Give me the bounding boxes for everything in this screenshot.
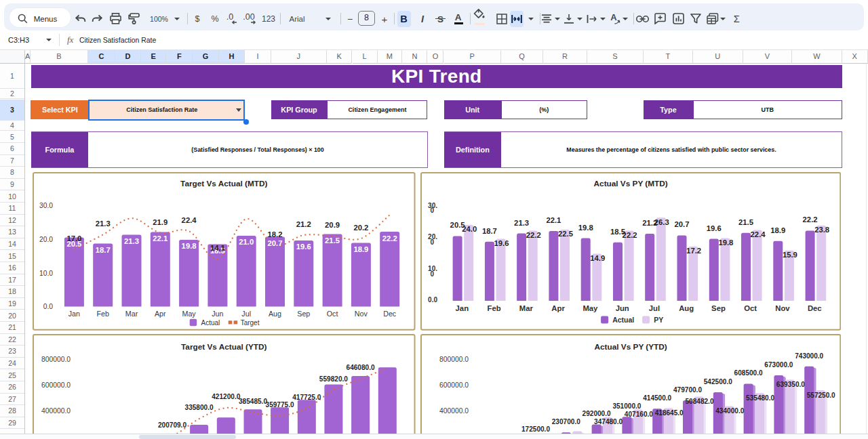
svg-text:21.0: 21.0	[239, 238, 254, 246]
svg-text:20.2: 20.2	[353, 224, 368, 232]
svg-text:743000.0: 743000.0	[795, 352, 823, 360]
svg-text:19.6: 19.6	[706, 224, 721, 232]
svg-text:800000.0: 800000.0	[41, 356, 71, 363]
svg-text:PY: PY	[654, 316, 663, 324]
svg-text:385485.0: 385485.0	[239, 398, 267, 405]
svg-text:600000.0: 600000.0	[41, 381, 71, 389]
svg-text:535480.0: 535480.0	[746, 394, 774, 402]
svg-text:Aug: Aug	[269, 310, 281, 318]
svg-text:May: May	[182, 310, 197, 318]
svg-text:Actual Vs PY (YTD): Actual Vs PY (YTD)	[594, 342, 667, 351]
svg-text:418645.0: 418645.0	[654, 409, 683, 417]
svg-text:19.6: 19.6	[296, 243, 311, 251]
svg-text:Oct: Oct	[744, 304, 757, 312]
svg-text:Jul: Jul	[241, 310, 251, 318]
svg-text:30.0: 30.0	[39, 202, 53, 209]
svg-text:172500.0: 172500.0	[521, 425, 550, 433]
svg-text:21.2: 21.2	[296, 220, 311, 228]
svg-text:21.9: 21.9	[153, 217, 167, 226]
svg-text:407160.0: 407160.0	[625, 411, 653, 418]
svg-text:417725.0: 417725.0	[292, 394, 321, 401]
svg-text:19.8: 19.8	[578, 223, 593, 231]
svg-text:24.0: 24.0	[462, 225, 477, 233]
svg-text:400000.0: 400000.0	[41, 407, 71, 415]
svg-text:292000.0: 292000.0	[582, 410, 610, 417]
svg-text:Dec: Dec	[383, 310, 397, 318]
svg-text:May: May	[583, 304, 598, 312]
svg-text:18.7: 18.7	[482, 227, 497, 235]
svg-text:400000.0: 400000.0	[439, 407, 469, 415]
svg-text:18.2: 18.2	[268, 230, 283, 238]
svg-text:Mar: Mar	[125, 310, 138, 318]
svg-text:Apr: Apr	[155, 310, 166, 318]
svg-text:414500.0: 414500.0	[643, 394, 671, 402]
svg-text:Actual Vs PY (MTD): Actual Vs PY (MTD)	[593, 179, 667, 188]
svg-text:20.7: 20.7	[268, 239, 283, 247]
svg-text:20.9: 20.9	[325, 221, 340, 229]
svg-text:22.4: 22.4	[182, 216, 197, 224]
svg-text:15.9: 15.9	[783, 251, 797, 259]
svg-text:14.9: 14.9	[590, 254, 605, 262]
svg-text:Nov: Nov	[355, 310, 368, 318]
svg-text:600000.0: 600000.0	[439, 381, 469, 389]
svg-text:608500.0: 608500.0	[734, 369, 762, 377]
svg-text:Target: Target	[241, 319, 260, 327]
svg-text:479700.0: 479700.0	[673, 386, 702, 394]
svg-text:22.2: 22.2	[382, 234, 397, 242]
svg-text:421200.0: 421200.0	[212, 393, 240, 400]
svg-text:Mar: Mar	[519, 304, 533, 312]
svg-text:21.5: 21.5	[738, 218, 753, 226]
svg-text:Sep: Sep	[711, 304, 726, 312]
svg-text:0: 0	[430, 207, 434, 214]
svg-text:335800.0: 335800.0	[185, 404, 214, 411]
svg-text:639350.0: 639350.0	[776, 381, 805, 388]
svg-text:18.9: 18.9	[770, 226, 785, 234]
svg-text:Jul: Jul	[648, 304, 659, 312]
svg-text:18.9: 18.9	[353, 245, 368, 253]
svg-text:Sep: Sep	[297, 310, 310, 318]
svg-text:508482.0: 508482.0	[685, 398, 713, 405]
svg-text:800000.0: 800000.0	[439, 356, 469, 363]
svg-text:673000.0: 673000.0	[764, 361, 793, 369]
svg-text:434000.0: 434000.0	[715, 407, 744, 415]
svg-text:351000.0: 351000.0	[612, 402, 641, 410]
svg-text:22.2: 22.2	[526, 231, 540, 239]
svg-text:14.1: 14.1	[210, 244, 225, 252]
svg-text:21.3: 21.3	[514, 218, 529, 226]
svg-text:21.5: 21.5	[325, 236, 340, 245]
svg-text:19.8: 19.8	[182, 242, 197, 250]
svg-text:17.0: 17.0	[66, 234, 81, 243]
svg-text:542500.0: 542500.0	[703, 378, 732, 385]
svg-text:0.0: 0.0	[43, 303, 54, 310]
svg-text:18.7: 18.7	[96, 246, 111, 254]
svg-text:559820.0: 559820.0	[319, 375, 348, 383]
svg-text:22.1: 22.1	[546, 216, 561, 224]
svg-text:Apr: Apr	[551, 304, 565, 312]
svg-text:Nov: Nov	[775, 304, 790, 312]
svg-text:Jun: Jun	[212, 310, 223, 318]
svg-text:Target Vs Actual (YTD): Target Vs Actual (YTD)	[181, 342, 267, 352]
svg-text:21.3: 21.3	[124, 237, 139, 245]
svg-text:22.1: 22.1	[153, 234, 167, 243]
svg-text:17.2: 17.2	[686, 247, 701, 255]
svg-text:10.0: 10.0	[39, 270, 53, 277]
svg-text:Aug: Aug	[679, 304, 694, 312]
svg-text:Jun: Jun	[615, 304, 629, 312]
svg-text:Feb: Feb	[96, 310, 108, 318]
svg-text:20.7: 20.7	[674, 220, 689, 228]
svg-text:Actual: Actual	[201, 319, 220, 327]
svg-text:19.8: 19.8	[718, 238, 733, 247]
svg-text:Dec: Dec	[808, 304, 822, 312]
svg-text:22.5: 22.5	[558, 230, 573, 238]
svg-text:230700.0: 230700.0	[551, 418, 580, 425]
svg-text:0: 0	[430, 238, 434, 246]
svg-text:0: 0	[430, 270, 434, 278]
svg-text:359775.0: 359775.0	[266, 401, 294, 409]
svg-text:26.3: 26.3	[654, 218, 669, 226]
svg-text:Oct: Oct	[327, 310, 338, 318]
svg-text:21.3: 21.3	[96, 220, 111, 228]
svg-text:200709.0: 200709.0	[158, 421, 186, 429]
svg-text:Target Vs Actual (MTD): Target Vs Actual (MTD)	[180, 179, 267, 188]
svg-text:23.8: 23.8	[814, 226, 829, 234]
svg-text:Jan: Jan	[455, 304, 469, 312]
